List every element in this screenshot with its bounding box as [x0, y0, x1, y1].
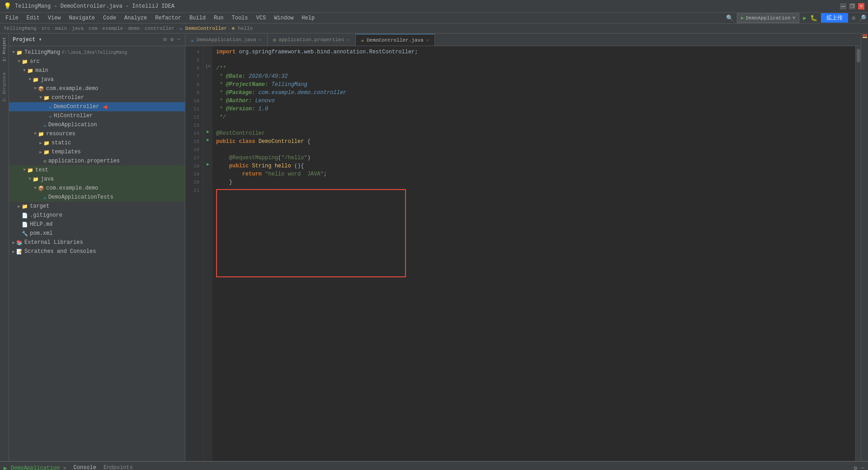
tree-item-templates[interactable]: ▶ 📁 templates — [9, 147, 185, 157]
menu-tools[interactable]: Tools — [228, 14, 252, 22]
tree-item-root[interactable]: ▼ 📁 TellingMang F:\Java_Idea\TellingMang — [9, 48, 185, 57]
breadcrumb-main[interactable]: main — [55, 26, 67, 31]
tree-item-resources[interactable]: ▼ 📁 resources — [9, 129, 185, 138]
panel-controls[interactable]: ⊟ ⚙ — — [162, 35, 181, 44]
breadcrumb-democontroller[interactable]: ☕ DemoController — [179, 25, 227, 31]
tree-item-external-libs[interactable]: ▶ 📚 External Libraries — [9, 238, 185, 247]
breadcrumb-tellingmang[interactable]: TellingMang — [4, 26, 37, 31]
tab-demoapplication[interactable]: ☕ DemoApplication.java ✕ — [185, 34, 268, 46]
run-gutter-icon-14[interactable]: ▶ — [207, 129, 209, 134]
code-line-18: public String hello (){ — [216, 162, 852, 170]
minimize-button[interactable]: — — [840, 3, 846, 9]
menu-build[interactable]: Build — [186, 14, 209, 22]
tree-item-src[interactable]: ▼ 📁 src — [9, 57, 185, 66]
run-button[interactable]: ▶ — [803, 14, 807, 22]
tree-item-test[interactable]: ▼ 📁 test — [9, 166, 185, 175]
editor-scrollbar[interactable] — [855, 46, 861, 461]
tree-item-helpmd[interactable]: 📄 HELP.md — [9, 220, 185, 229]
tree-label-test-java: java — [41, 176, 54, 182]
run-close-icon[interactable]: ✕ — [63, 465, 66, 470]
tab-democontroller[interactable]: ☕ DemoController.java ✕ — [356, 34, 435, 46]
run-gutter-icon-18[interactable]: ▶ — [207, 161, 209, 167]
tree-item-test-com-example-demo[interactable]: ▼ 📦 com.example.demo — [9, 184, 185, 193]
tree-item-gitignore[interactable]: 📄 .gitignore — [9, 211, 185, 220]
line-num-16: 16 — [185, 146, 203, 154]
line-num-10: 10 — [185, 97, 203, 105]
code-line-21 — [216, 186, 852, 195]
tree-item-java[interactable]: ▼ 📁 java — [9, 75, 185, 84]
line-num-14: 14 — [185, 129, 203, 138]
tree-item-controller[interactable]: ▼ 📁 controller — [9, 93, 185, 102]
menu-analyze[interactable]: Analyze — [121, 14, 151, 22]
scrollbar-thumb[interactable] — [857, 49, 860, 62]
tree-item-application-props[interactable]: ⚙ application.properties — [9, 157, 185, 166]
tree-item-target[interactable]: ▶ 📁 target — [9, 202, 185, 211]
title-bar-controls[interactable]: — ❐ ✕ — [840, 3, 864, 9]
tree-label-resources: resources — [46, 131, 75, 137]
tree-item-static[interactable]: ▶ 📁 static — [9, 138, 185, 147]
tab-console[interactable]: Console — [73, 463, 96, 470]
menu-code[interactable]: Code — [99, 14, 120, 22]
tree-item-scratches[interactable]: ▶ 📝 Scratches and Consoles — [9, 247, 185, 256]
tree-item-test-java[interactable]: ▼ 📁 java — [9, 175, 185, 184]
settings-icon[interactable]: ⚙ — [852, 14, 855, 22]
tree-item-com-example-demo[interactable]: ▼ 📦 com.example.demo — [9, 84, 185, 93]
run-gutter-icon-15[interactable]: ▶ — [207, 137, 209, 142]
collapse-all-button[interactable]: ⊟ — [162, 35, 167, 44]
menu-edit[interactable]: Edit — [23, 14, 43, 22]
folder-icon: 📁 — [43, 95, 50, 101]
menu-navigate[interactable]: Navigate — [65, 14, 99, 22]
line-num-18: 18 — [185, 162, 203, 170]
run-panel-header: ▶ DemoApplication ✕ Console Endpoints ⚙ … — [0, 462, 868, 470]
breadcrumb-demo[interactable]: demo — [128, 26, 140, 31]
tree-label-helpmd: HELP.md — [30, 221, 52, 228]
tree-item-demoapplication[interactable]: ☕ DemoApplication — [9, 120, 185, 129]
structure-panel-label[interactable]: 2: Structure — [2, 72, 7, 102]
error-indicator — [863, 34, 867, 36]
line-num-15: 15 — [185, 138, 203, 146]
breadcrumb-com[interactable]: com — [89, 26, 98, 31]
run-config-selector[interactable]: ▶ DemoApplication ▼ — [737, 13, 799, 23]
settings-run-button[interactable]: ⚙ — [854, 465, 857, 470]
breadcrumb-java[interactable]: java — [72, 26, 84, 31]
breadcrumb-hello[interactable]: ⊕ hello — [232, 25, 253, 31]
menu-window[interactable]: Window — [270, 14, 297, 22]
search-icon[interactable]: 🔎 — [859, 14, 866, 22]
menu-file[interactable]: File — [2, 14, 22, 22]
breadcrumb-controller[interactable]: controller — [145, 26, 175, 31]
upload-button[interactable]: 拡上传 — [821, 13, 848, 23]
tree-item-pomxml[interactable]: 🔧 pom.xml — [9, 229, 185, 238]
tree-path: F:\Java_Idea\TellingMang — [62, 50, 127, 55]
menu-view[interactable]: View — [44, 14, 65, 22]
line-num-20: 20 — [185, 178, 203, 186]
menu-refactor[interactable]: Refactor — [151, 14, 185, 22]
file-icon: 📄 — [22, 222, 28, 228]
code-content[interactable]: import org.springframework.web.bind.anno… — [212, 46, 855, 461]
menu-run[interactable]: Run — [210, 14, 227, 22]
maximize-button[interactable]: ❐ — [849, 3, 855, 9]
search-everywhere-icon[interactable]: 🔍 — [726, 14, 733, 22]
hide-panel-button[interactable]: — — [176, 35, 181, 44]
settings-panel-button[interactable]: ⚙ — [170, 35, 175, 44]
menu-vcs[interactable]: VCS — [253, 14, 270, 22]
close-button[interactable]: ✕ — [858, 3, 864, 9]
debug-button[interactable]: 🐛 — [810, 14, 817, 22]
breadcrumb-example[interactable]: example — [102, 26, 123, 31]
folder-icon: 📁 — [22, 59, 28, 65]
tab-close-democontroller[interactable]: ✕ — [426, 38, 429, 43]
tree-item-main[interactable]: ▼ 📁 main — [9, 66, 185, 75]
tree-item-hicontroller[interactable]: ☕ HiController — [9, 111, 185, 120]
tab-close-props[interactable]: ✕ — [347, 37, 350, 43]
project-panel-label[interactable]: 1: Project — [2, 37, 7, 62]
breadcrumb-src[interactable]: src — [41, 26, 50, 31]
tab-close-demoapplication[interactable]: ✕ — [259, 37, 262, 43]
menu-help[interactable]: Help — [298, 14, 318, 22]
java-file-icon: ☕ — [49, 113, 52, 119]
tree-item-demoapplicationtests[interactable]: ☕ DemoApplicationTests — [9, 193, 185, 202]
minimize-run-button[interactable]: — — [861, 465, 864, 470]
tree-item-democontroller[interactable]: ☕ DemoController ◀ — [9, 102, 185, 111]
tab-endpoints[interactable]: Endpoints — [104, 463, 133, 470]
code-editor[interactable]: 4 5 6 7 8 9 10 11 12 13 14 15 16 17 18 1… — [185, 46, 861, 461]
tab-application-props[interactable]: ⚙ application.properties ✕ — [268, 34, 356, 46]
run-config-label: DemoApplication — [746, 15, 791, 21]
